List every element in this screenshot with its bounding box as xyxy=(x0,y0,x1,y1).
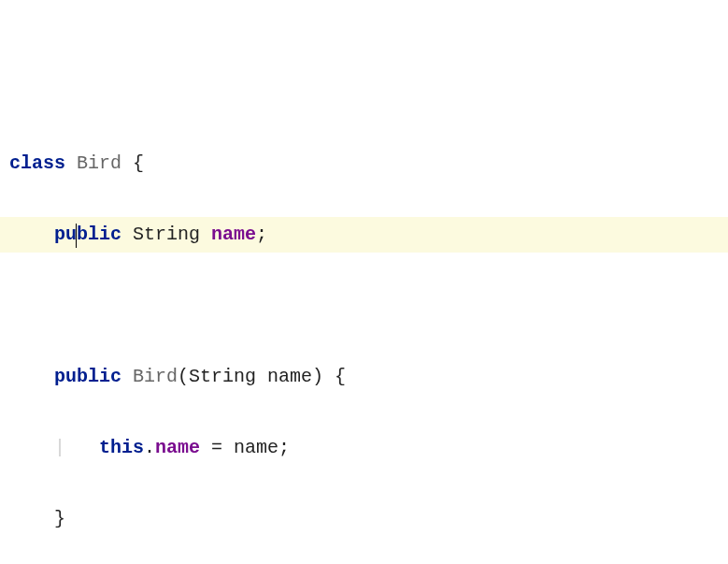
brace: } xyxy=(54,508,65,529)
constructor-bird: Bird xyxy=(133,366,178,387)
code-line-1: class Bird { xyxy=(0,146,728,181)
keyword-this: this xyxy=(99,437,144,458)
keyword-public: public xyxy=(54,366,121,387)
code-line-6: } xyxy=(0,501,728,537)
indent-guide: | xyxy=(54,437,65,458)
brace: { xyxy=(121,152,144,174)
code-line-blank xyxy=(0,288,728,324)
field-name: name xyxy=(211,224,256,245)
keyword-public: pu xyxy=(54,224,77,245)
code-line-4: public Bird(String name) { xyxy=(0,359,728,395)
code-line-5: | this.name = name; xyxy=(0,430,728,466)
code-line-2-highlighted: public String name; xyxy=(0,217,728,253)
params: (String name) { xyxy=(178,366,346,387)
field-name: name xyxy=(155,437,200,458)
keyword-class: class xyxy=(9,152,65,174)
type-string: String xyxy=(121,224,211,245)
type-bird: Bird xyxy=(77,152,121,174)
